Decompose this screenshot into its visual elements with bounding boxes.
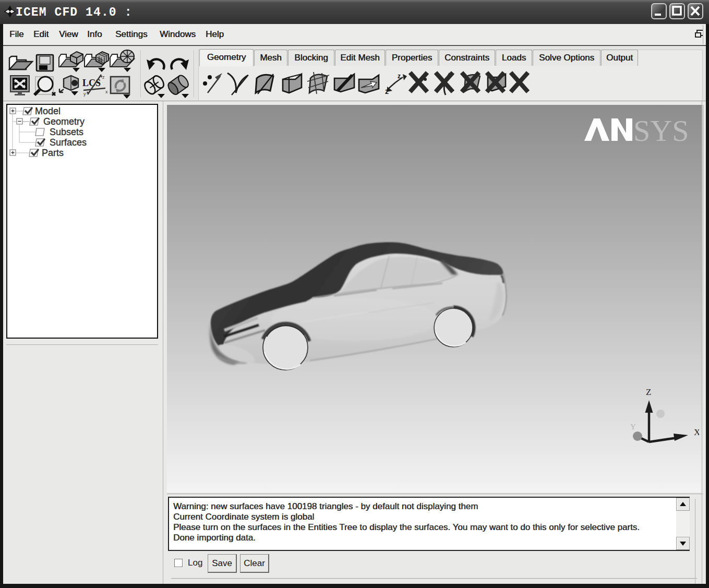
- svg-text:z: z: [102, 75, 105, 80]
- svg-text:Surfaces: Surfaces: [50, 137, 87, 148]
- svg-text:X: X: [694, 427, 699, 437]
- svg-text:Geometry: Geometry: [43, 116, 85, 127]
- svg-text:Y: Y: [630, 423, 636, 431]
- svg-text:x: x: [105, 89, 108, 94]
- svg-text:y: y: [83, 91, 86, 97]
- svg-text:Model: Model: [35, 106, 61, 116]
- svg-text:Parts: Parts: [42, 148, 64, 158]
- svg-text:SYS: SYS: [633, 114, 689, 142]
- svg-text:z: z: [398, 73, 401, 80]
- svg-text:Z: Z: [646, 387, 651, 397]
- svg-text:z: z: [385, 87, 389, 95]
- svg-text:Subsets: Subsets: [50, 127, 83, 137]
